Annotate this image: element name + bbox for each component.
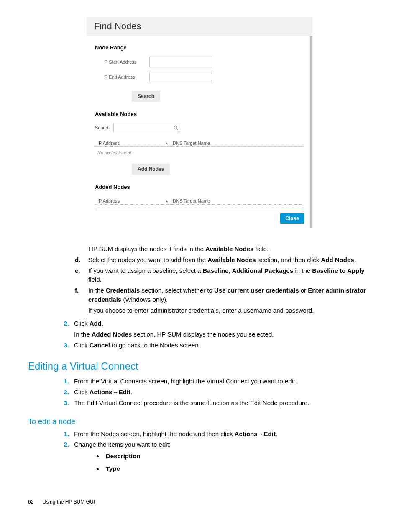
add-nodes-button[interactable]: Add Nodes [132,164,170,175]
available-nodes-heading: Available Nodes [95,111,304,117]
col-ip-label: IP Address [97,141,120,146]
page-number: 62 [28,499,33,505]
add-nodes-button-row: Add Nodes [95,164,304,175]
edit-node-list: 1. From the Nodes screen, highlight the … [61,429,371,450]
available-table-header: IP Address ▲ DNS Target Name [95,140,304,147]
added-table-header: IP Address ▲ DNS Target Name [95,198,304,205]
close-button[interactable]: Close [280,213,304,224]
list-item: Type [103,464,371,473]
page-footer: 62 Using the HP SUM GUI [28,499,371,506]
list-item: 1. From the Virtual Connects screen, hig… [61,377,371,386]
node-range-heading: Node Range [95,44,304,51]
list-item: e. If you want to assign a baseline, sel… [75,266,371,285]
search-row: Search: [95,123,304,132]
dialog-body: Node Range IP Start Address IP End Addre… [87,36,312,228]
list-item: 2. Click Actions→Edit. [61,388,371,397]
footer-text: Using the HP SUM GUI [43,499,95,505]
svg-point-0 [174,126,177,129]
search-label: Search: [95,125,111,130]
bullet-list: Description Type [103,452,371,473]
vc-numbered-list: 1. From the Virtual Connects screen, hig… [61,377,371,407]
scrollbar[interactable] [310,36,312,228]
search-input[interactable] [113,123,180,132]
find-nodes-dialog: Find Nodes Node Range IP Start Address I… [87,17,312,228]
added-col-ip-label: IP Address [97,198,120,203]
search-button[interactable]: Search [132,91,160,102]
paragraph: HP SUM displays the nodes it finds in th… [89,244,371,254]
no-nodes-text: No nodes found! [95,147,304,155]
list-item: 2. Click Add. In the Added Nodes section… [61,319,371,339]
dialog-title: Find Nodes [87,17,312,36]
alpha-list: d. Select the nodes you want to add from… [75,255,371,315]
ip-start-label: IP Start Address [95,59,149,64]
col-dns-header[interactable]: DNS Target Name [170,140,304,147]
search-icon [174,126,178,130]
added-nodes-heading: Added Nodes [95,184,304,190]
search-button-row: Search [95,91,304,102]
list-item: Description [103,452,371,461]
ip-end-input[interactable] [149,72,212,82]
list-item: d. Select the nodes you want to add from… [75,255,371,265]
list-item: 1. From the Nodes screen, highlight the … [61,429,371,439]
document-body: HP SUM displays the nodes it finds in th… [28,244,371,506]
added-col-ip-header[interactable]: IP Address ▲ [95,198,170,205]
heading-editing-vc: Editing a Virtual Connect [28,359,371,374]
ip-end-row: IP End Address [95,72,304,82]
ip-end-label: IP End Address [95,75,149,80]
list-item: 3. Click Cancel to go back to the Nodes … [61,341,371,350]
dialog-footer: Close [95,210,304,224]
sort-icon: ▲ [165,199,169,203]
numbered-list: 2. Click Add. In the Added Nodes section… [61,319,371,350]
list-item: 2. Change the items you want to edit: [61,440,371,449]
list-item: 3. The Edit Virtual Connect procedure is… [61,398,371,408]
col-ip-header[interactable]: IP Address ▲ [95,140,170,147]
ip-start-row: IP Start Address [95,57,304,67]
ip-start-input[interactable] [149,57,212,67]
svg-line-1 [176,129,178,130]
heading-edit-node: To edit a node [28,416,371,427]
added-col-dns-header[interactable]: DNS Target Name [170,198,304,205]
sort-icon: ▲ [165,141,169,145]
list-item: f. In the Credentials section, select wh… [75,286,371,315]
